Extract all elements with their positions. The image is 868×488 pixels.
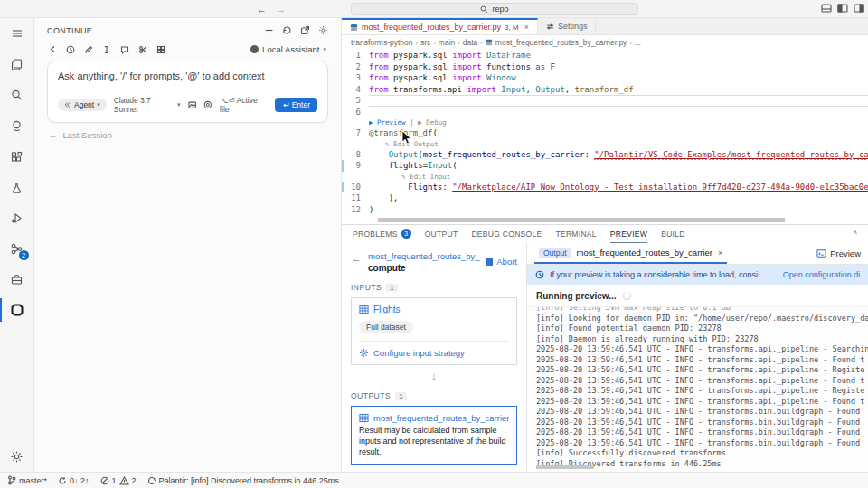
output-tab[interactable]: Output most_frequented_routes_by_carrier…: [534, 243, 727, 264]
pipeline-title[interactable]: most_frequented_routes_by_: [368, 251, 480, 262]
abort-button[interactable]: Abort: [486, 257, 517, 267]
run-debug-icon[interactable]: [0, 202, 34, 233]
toggle-panel-icon[interactable]: [821, 3, 832, 14]
tab-terminal[interactable]: TERMINAL: [555, 225, 596, 243]
log-line: 2025-08-20 13:59:46,541 UTC - INFO - tra…: [536, 365, 868, 376]
code-line[interactable]: 6: [342, 107, 868, 118]
chat-icon[interactable]: [120, 45, 129, 54]
tab-debug-console[interactable]: DEBUG CONSOLE: [471, 225, 542, 243]
gear-icon[interactable]: [318, 25, 328, 35]
dataset-mode-chip[interactable]: Full dataset: [359, 321, 413, 333]
chat-input-card[interactable]: Ask anything, '/' for prompts, '@' to ad…: [47, 61, 328, 123]
preview-log-output[interactable]: [info] Setting JVM max heap size to 0.1 …: [527, 306, 868, 472]
extensions-icon[interactable]: [0, 141, 34, 172]
model-selector[interactable]: Claude 3.7 Sonnet ▾: [114, 96, 181, 114]
branch-label: master*: [19, 476, 47, 485]
tab-settings[interactable]: Settings: [538, 18, 597, 34]
sync-label: 0↓ 2↑: [70, 476, 90, 485]
code-line[interactable]: 11 ),: [342, 192, 868, 204]
pipeline-icon[interactable]: 2: [0, 233, 34, 264]
table-icon: [359, 413, 369, 423]
at-context-icon[interactable]: [203, 100, 212, 109]
back-chevron-icon[interactable]: [49, 45, 57, 53]
code-line[interactable]: 10 Flights: "/Marketplace/AIP Now Ontolo…: [342, 182, 868, 193]
output-dataset-link[interactable]: most_frequented_routes_by_carrier: [359, 413, 509, 423]
logs-horizontal-scrollbar[interactable]: [536, 465, 594, 469]
outputs-section-label: OUTPUTS 1: [351, 391, 517, 400]
tab-build[interactable]: BUILD: [661, 225, 685, 243]
agent-mode-selector[interactable]: Agent ▾: [58, 99, 107, 111]
code-line[interactable]: 2from pyspark.sql import functions as F: [342, 61, 868, 73]
codelens-line[interactable]: ▶ Preview | ▶ Debug: [342, 117, 868, 127]
activity-bar: 2: [0, 18, 34, 472]
assistant-selector[interactable]: Local Assistant ▾: [250, 44, 326, 54]
testing-icon[interactable]: [0, 172, 34, 202]
tab-preview[interactable]: PREVIEW: [610, 225, 647, 243]
tab-problems[interactable]: PROBLEMS3: [353, 225, 411, 243]
tools-icon[interactable]: [138, 45, 147, 54]
breadcrumb[interactable]: transforms-python› src› main› data› most…: [342, 35, 868, 50]
code-line[interactable]: 3from pyspark.sql import Window: [342, 72, 868, 84]
tab-output[interactable]: OUTPUT: [425, 225, 458, 243]
grid-icon[interactable]: [156, 45, 165, 54]
palantir-status-item[interactable]: Palantir: [info] Discovered transforms i…: [147, 476, 339, 485]
code-line[interactable]: 1from pyspark.sql import DataFrame: [342, 50, 868, 61]
code-line[interactable]: 12): [342, 204, 868, 216]
tab-label: Settings: [558, 22, 588, 31]
close-icon[interactable]: ×: [524, 23, 529, 32]
code-line[interactable]: 9 flights=Input(: [342, 160, 868, 172]
input-dataset-link[interactable]: Flights: [359, 305, 509, 314]
line-number: 8: [342, 149, 369, 161]
log-line: 2025-08-20 13:59:46,541 UTC - INFO - tra…: [536, 386, 868, 397]
codelens-line[interactable]: ✎ Edit Input: [342, 172, 868, 182]
toolbox-icon[interactable]: [0, 264, 34, 295]
codelens-line[interactable]: ✎ Edit Output: [342, 139, 868, 149]
code-line[interactable]: 8 Output(most_frequented_routes_by_carri…: [342, 149, 868, 161]
toggle-sidebar-icon[interactable]: [837, 3, 848, 14]
editor-horizontal-scrollbar[interactable]: [378, 218, 785, 222]
explorer-icon[interactable]: [0, 49, 34, 80]
configure-input-strategy-link[interactable]: Configure input strategy: [359, 341, 509, 364]
edit-icon[interactable]: [84, 45, 93, 54]
open-external-icon[interactable]: [300, 25, 310, 35]
column-select-icon[interactable]: [102, 45, 111, 54]
clock-icon[interactable]: [66, 45, 75, 54]
git-branch-item[interactable]: master*: [7, 475, 47, 485]
code-editor[interactable]: 1from pyspark.sql import DataFrame2from …: [342, 50, 868, 224]
command-search-input[interactable]: repo: [351, 3, 638, 15]
history-forward-button[interactable]: →: [276, 4, 286, 14]
output-chip: Output: [539, 248, 571, 258]
tab-label: DEBUG CONSOLE: [471, 230, 542, 239]
status-bar: master* 0↓ 2↑ 1 2 Palantir: [info] Disco…: [0, 472, 868, 488]
sync-changes-item[interactable]: 0↓ 2↑: [58, 476, 90, 485]
table-icon: [359, 305, 369, 314]
tab-most-frequented-routes[interactable]: most_frequented_routes_by_carrier.py 3, …: [342, 18, 538, 34]
panel-collapse-icon[interactable]: ^: [853, 230, 857, 239]
back-arrow-icon[interactable]: ←: [351, 252, 362, 265]
close-icon[interactable]: ×: [718, 249, 722, 258]
customize-layout-icon[interactable]: [854, 3, 864, 14]
pipeline-subtitle: compute: [368, 262, 480, 274]
code-line[interactable]: 5: [342, 95, 868, 107]
settings-gear-icon[interactable]: [0, 441, 34, 472]
log-line: 2025-08-20 13:59:46,541 UTC - INFO - tra…: [536, 355, 868, 366]
new-session-icon[interactable]: [264, 25, 274, 35]
history-back-button[interactable]: ←: [257, 4, 267, 14]
code-line[interactable]: 7@transform_df(: [342, 127, 868, 139]
enter-button[interactable]: Enter: [275, 98, 317, 112]
last-session-link[interactable]: ← Last Session: [49, 130, 326, 140]
menu-icon[interactable]: [0, 18, 34, 49]
preview-button[interactable]: Preview: [816, 243, 868, 264]
tab-label: TERMINAL: [555, 230, 596, 239]
history-icon[interactable]: [282, 25, 292, 35]
attach-image-icon[interactable]: [188, 100, 197, 109]
arrow-left-icon: ←: [49, 130, 58, 140]
palantir-icon[interactable]: [0, 295, 34, 325]
search-sidebar-icon[interactable]: [0, 80, 34, 110]
code-line[interactable]: 4from transforms.api import Input, Outpu…: [342, 84, 868, 96]
open-configuration-link[interactable]: Open configuration di: [783, 270, 861, 279]
source-control-icon[interactable]: [0, 110, 34, 141]
python-file-icon: [486, 39, 493, 46]
problems-status-item[interactable]: 1 2: [100, 476, 137, 485]
tab-label: PROBLEMS: [353, 230, 398, 239]
